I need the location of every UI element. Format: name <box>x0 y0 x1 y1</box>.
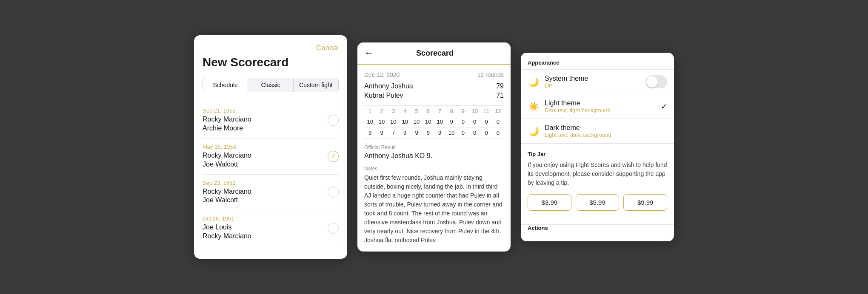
checkmark-icon: ✓ <box>661 102 667 111</box>
r1c5: 10 <box>411 116 422 127</box>
grid-row-1: 10 10 10 10 10 10 10 9 0 0 0 0 <box>364 116 504 127</box>
dark-theme-label: Dark theme <box>545 124 667 132</box>
appearance-card: Appearance 🌙 System theme Off ☀️ Light t… <box>521 53 674 241</box>
fight-meta-rounds: 12 rounds <box>477 71 504 78</box>
r2c4: 9 <box>399 127 411 138</box>
segment-control: Schedule Classic Custom fight <box>203 78 339 92</box>
fight-info: Oct 26, 1951 Joe Louis Rocky Marciano <box>203 215 251 241</box>
sun-icon: ☀️ <box>528 102 540 112</box>
r1c8: 9 <box>445 116 457 127</box>
system-theme-row: 🌙 System theme Off <box>521 70 674 94</box>
scorecard-body: Dec 12, 2020 12 rounds Anthony Joshua 79… <box>357 65 511 252</box>
grid-hdr-10: 10 <box>469 106 480 116</box>
tab-schedule[interactable]: Schedule <box>203 78 248 92</box>
light-theme-label: Light theme <box>545 99 656 107</box>
actions-section: Actions <box>521 225 674 241</box>
scorecard-card: ← Scorecard Dec 12, 2020 12 rounds Antho… <box>357 42 511 252</box>
dark-theme-text: Dark theme Light text, dark background <box>545 124 667 138</box>
grid-header-row: 1 2 3 4 5 6 7 8 9 10 11 12 <box>364 106 504 116</box>
scorecard-title: Scorecard <box>379 49 491 58</box>
dark-moon-icon: 🌙 <box>528 126 540 136</box>
fighter-name-2: Joe Walcott <box>203 160 251 169</box>
r1c12: 0 <box>492 116 504 127</box>
dark-theme-sub: Light text, dark background <box>545 132 667 138</box>
fighter-name-2: Rocky Marciano <box>203 232 251 241</box>
r2c6: 9 <box>423 127 434 138</box>
r2c12: 0 <box>492 127 504 138</box>
actions-title: Actions <box>528 225 667 235</box>
fighter-row-1: Anthony Joshua 79 <box>364 82 504 90</box>
r2c8: 10 <box>445 127 457 138</box>
tip-jar-section: Tip Jar If you enjoy using Fight Scores … <box>521 144 674 224</box>
r2c5: 9 <box>411 127 422 138</box>
cancel-button[interactable]: Cancel <box>316 44 339 52</box>
fighter-name-2: Archie Moore <box>203 124 251 133</box>
fight-info: Sep 23, 1952 Rocky Marciano Joe Walcott <box>203 180 251 205</box>
r2c11: 0 <box>480 127 492 138</box>
fight-radio[interactable] <box>328 115 339 126</box>
score-grid: 1 2 3 4 5 6 7 8 9 10 11 12 10 10 10 10 1… <box>364 105 504 139</box>
fighter2-score: 71 <box>496 92 504 99</box>
back-arrow-icon[interactable]: ← <box>364 48 374 58</box>
r1c7: 10 <box>434 116 445 127</box>
grid-row-2: 9 9 7 9 9 9 9 10 0 0 0 0 <box>364 127 504 139</box>
r2c2: 9 <box>376 127 387 138</box>
grid-hdr-1: 1 <box>364 106 376 116</box>
fighter2-name: Kubrat Pulev <box>364 92 403 99</box>
light-theme-text: Light theme Dark text, light background <box>545 99 656 113</box>
scorecard-header: ← Scorecard <box>357 42 511 65</box>
fight-meta: Dec 12, 2020 12 rounds <box>364 71 504 78</box>
notes-label: Notes <box>364 166 504 172</box>
grid-hdr-2: 2 <box>376 106 387 116</box>
r1c4: 10 <box>399 116 411 127</box>
tab-classic[interactable]: Classic <box>248 78 293 92</box>
fight-radio-checked[interactable]: ✓ <box>328 151 339 162</box>
fight-date: Sep 23, 1952 <box>203 180 251 186</box>
tip-buttons-row: $3.99 $5.99 $9.99 <box>528 194 667 211</box>
r1c6: 10 <box>423 116 434 127</box>
system-theme-label: System theme <box>545 75 640 82</box>
fighter-name-1: Rocky Marciano <box>203 115 251 124</box>
new-scorecard-card: Cancel New Scorecard Schedule Classic Cu… <box>194 35 347 258</box>
r2c1: 9 <box>364 127 376 138</box>
fight-list: Sep 21, 1955 Rocky Marciano Archie Moore… <box>203 102 339 246</box>
r2c10: 0 <box>469 127 480 138</box>
moon-icon: 🌙 <box>528 77 540 87</box>
tip-btn-999[interactable]: $9.99 <box>623 194 667 211</box>
fighter1-score: 79 <box>496 82 504 90</box>
dark-theme-row: 🌙 Dark theme Light text, dark background <box>521 119 674 144</box>
fighter-name-1: Rocky Marciano <box>203 151 251 160</box>
fighter-name-1: Joe Louis <box>203 223 251 232</box>
fight-item[interactable]: Sep 21, 1955 Rocky Marciano Archie Moore <box>203 102 339 139</box>
tip-btn-599[interactable]: $5.99 <box>576 194 620 211</box>
fight-info: Sep 21, 1955 Rocky Marciano Archie Moore <box>203 107 251 133</box>
cancel-button-container: Cancel <box>203 44 339 52</box>
r2c9: 0 <box>457 127 469 138</box>
fight-date: Oct 26, 1951 <box>203 215 251 222</box>
fighter-name-2: Joe Walcott <box>203 196 251 205</box>
grid-hdr-6: 6 <box>423 106 434 116</box>
fight-item[interactable]: Sep 23, 1952 Rocky Marciano Joe Walcott <box>203 175 339 211</box>
r2c3: 7 <box>388 127 399 138</box>
fight-item[interactable]: May 15, 1953 Rocky Marciano Joe Walcott … <box>203 139 339 175</box>
system-theme-toggle[interactable] <box>645 75 667 88</box>
notes-text: Quiet first few rounds, Joshua mainly st… <box>364 173 504 252</box>
fighter-name-1: Rocky Marciano <box>203 187 251 196</box>
grid-hdr-3: 3 <box>388 106 399 116</box>
system-theme-sub: Off <box>545 82 640 89</box>
grid-hdr-4: 4 <box>399 106 411 116</box>
grid-hdr-8: 8 <box>445 106 457 116</box>
tip-btn-399[interactable]: $3.99 <box>528 194 571 211</box>
fight-radio[interactable] <box>328 187 339 198</box>
fight-item[interactable]: Oct 26, 1951 Joe Louis Rocky Marciano <box>203 210 339 246</box>
r1c10: 0 <box>469 116 480 127</box>
grid-hdr-9: 9 <box>457 106 469 116</box>
tip-jar-title: Tip Jar <box>528 151 667 157</box>
official-result-label: Official Result <box>364 144 504 150</box>
system-theme-text: System theme Off <box>545 75 640 89</box>
r1c11: 0 <box>480 116 492 127</box>
fight-radio[interactable] <box>328 223 339 234</box>
r2c7: 9 <box>434 127 445 138</box>
tab-custom-fight[interactable]: Custom fight <box>294 78 338 92</box>
new-scorecard-title: New Scorecard <box>203 56 339 69</box>
